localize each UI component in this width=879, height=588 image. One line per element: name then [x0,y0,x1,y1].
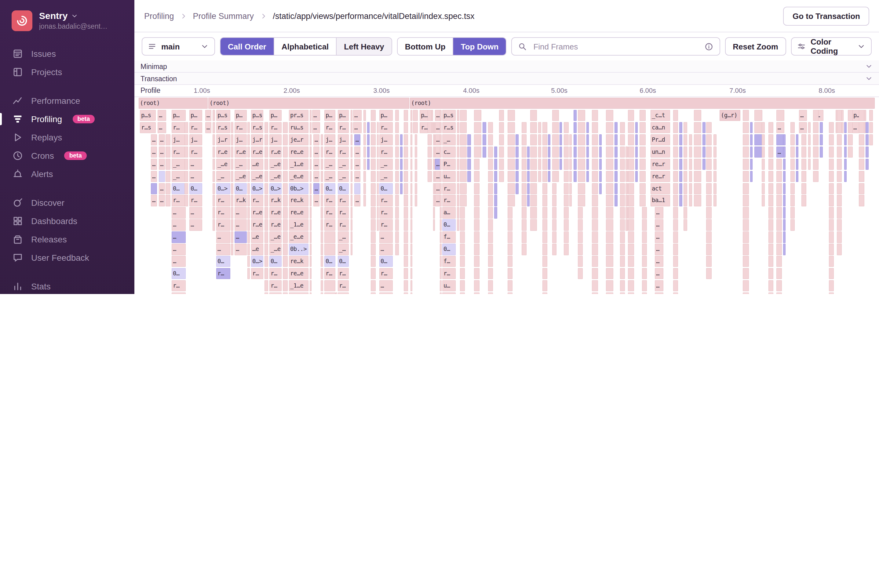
frame[interactable] [694,122,701,134]
sentry-logo-icon[interactable] [12,10,32,31]
frame[interactable] [837,134,842,146]
frame[interactable] [783,195,786,206]
frame[interactable] [625,207,628,219]
frame[interactable] [684,134,687,146]
frame[interactable] [599,159,602,170]
frame[interactable]: _c…t [651,110,670,121]
frame[interactable] [185,195,188,206]
frame[interactable] [640,195,646,206]
frame[interactable] [844,134,847,146]
frame[interactable] [829,195,834,206]
frame[interactable] [321,183,323,194]
frame[interactable] [714,183,717,194]
frame[interactable] [364,122,366,134]
frame[interactable]: _… [172,171,186,182]
frame[interactable] [606,110,613,121]
frame[interactable]: 0… [325,256,335,267]
frame[interactable] [859,110,864,121]
frame[interactable] [564,183,569,194]
frame[interactable] [783,146,786,158]
frame[interactable] [474,134,481,146]
frame[interactable] [371,256,376,267]
frame[interactable] [395,244,399,255]
frame[interactable] [837,122,842,134]
frame[interactable]: … [655,256,663,267]
frame[interactable] [185,146,188,158]
frame[interactable] [474,183,479,194]
frame[interactable] [321,280,323,291]
frame[interactable] [754,122,762,134]
frame[interactable] [404,183,408,194]
frame[interactable]: r… [189,122,202,134]
frame[interactable]: … [799,122,807,134]
frame[interactable] [592,171,598,182]
frame[interactable]: … [234,207,247,219]
frame[interactable] [521,207,527,219]
go-to-transaction-button[interactable]: Go to Transaction [783,6,869,26]
frame[interactable]: _… [338,244,349,255]
frame[interactable]: pr…s [289,110,308,121]
frame[interactable] [283,256,288,267]
frame[interactable] [488,134,493,146]
frame[interactable] [371,171,376,182]
frame[interactable] [776,159,782,170]
frame[interactable] [231,219,233,231]
org-switcher[interactable]: Sentry [39,10,108,21]
frame[interactable]: j…r [216,134,230,146]
frame[interactable] [530,183,537,194]
frame[interactable] [530,207,537,219]
frame[interactable] [310,268,311,279]
frame[interactable]: j… [172,134,186,146]
frame[interactable]: … [151,195,157,206]
sidebar-item-alerts[interactable]: Alerts [0,165,134,183]
frame[interactable]: r… [442,195,456,206]
frame[interactable]: _1…e [289,159,308,170]
frame[interactable] [428,122,432,134]
frame[interactable] [783,207,786,219]
frame[interactable] [521,146,527,158]
frame[interactable] [440,207,442,219]
frame[interactable] [440,231,442,243]
frame[interactable] [474,256,479,267]
frame[interactable] [499,110,504,121]
frame[interactable] [410,146,412,158]
frame[interactable] [750,159,753,170]
frame[interactable]: r… [379,195,393,206]
frame[interactable] [813,122,819,134]
frame[interactable]: … [313,171,320,182]
frame[interactable] [494,195,497,206]
frame[interactable] [606,171,613,182]
frame[interactable] [673,256,678,267]
frame[interactable] [151,183,157,194]
frame[interactable] [542,280,547,291]
frame[interactable] [231,122,233,134]
frame[interactable] [310,231,311,243]
frame[interactable] [684,195,687,206]
frame[interactable] [404,292,408,294]
frame[interactable] [586,171,589,182]
frame[interactable] [395,146,399,158]
frame[interactable] [508,195,515,206]
frame[interactable] [283,231,288,243]
frame[interactable] [859,171,864,182]
frame[interactable] [371,110,376,121]
frame[interactable] [768,256,773,267]
frame[interactable] [606,256,613,267]
frame[interactable] [410,268,412,279]
frame[interactable] [264,146,268,158]
frame[interactable] [165,195,170,206]
frame[interactable] [702,146,706,158]
frame[interactable] [247,171,250,182]
frame[interactable] [790,171,795,182]
frame[interactable] [377,134,379,146]
frame[interactable] [185,134,188,146]
frame[interactable]: … [655,268,663,279]
frame[interactable] [410,292,412,294]
frame[interactable] [440,183,442,194]
frame[interactable] [762,171,765,182]
frame[interactable] [776,183,782,194]
frame[interactable] [213,110,215,121]
frame[interactable] [310,219,311,231]
frame[interactable] [673,195,678,206]
frame[interactable] [460,146,467,158]
